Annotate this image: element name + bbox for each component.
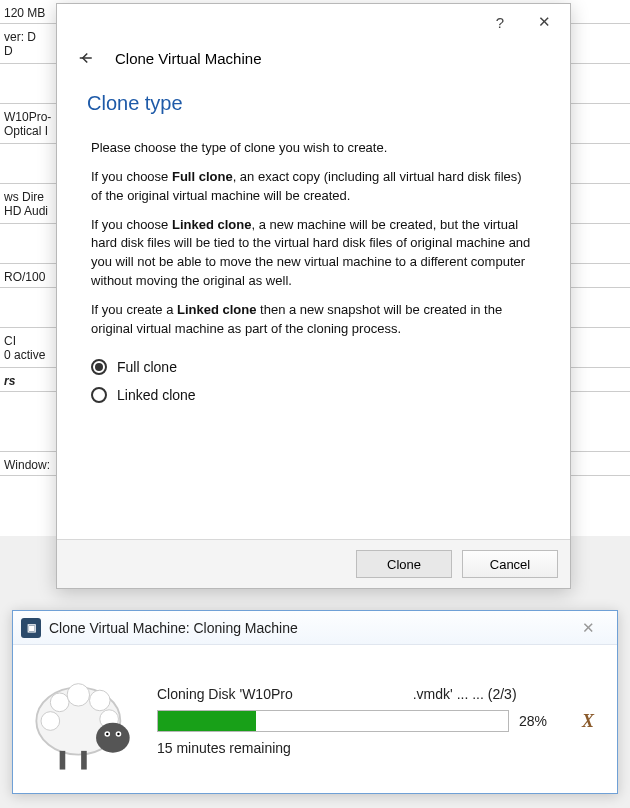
- task-label: Cloning Disk 'W10Pro.vmdk' ... ... (2/3): [157, 686, 599, 702]
- snapshot-note: If you create a Linked clone then a new …: [91, 301, 536, 339]
- progress-titlebar: ▣ Clone Virtual Machine: Cloning Machine…: [13, 611, 617, 645]
- bg-text: 120 MB: [4, 6, 45, 20]
- svg-point-10: [117, 733, 119, 735]
- clone-button[interactable]: Clone: [356, 550, 452, 578]
- bg-text: 0 active: [4, 348, 45, 362]
- progress-title: Clone Virtual Machine: Cloning Machine: [49, 620, 298, 636]
- section-title: Clone type: [57, 78, 570, 123]
- help-icon[interactable]: ?: [478, 7, 522, 37]
- full-clone-description: If you choose Full clone, an exact copy …: [91, 168, 536, 206]
- progress-body: Cloning Disk 'W10Pro.vmdk' ... ... (2/3)…: [13, 645, 617, 793]
- sheep-icon: [27, 665, 139, 777]
- radio-label: Linked clone: [117, 385, 196, 405]
- bg-text: Window:: [4, 458, 50, 472]
- svg-point-3: [90, 690, 111, 711]
- text: If you create a: [91, 302, 177, 317]
- bg-text: D: [4, 44, 13, 58]
- intro-text: Please choose the type of clone you wish…: [91, 139, 536, 158]
- progress-dialog: ▣ Clone Virtual Machine: Cloning Machine…: [12, 610, 618, 794]
- arrow-left-icon: [76, 49, 94, 67]
- text: If you choose: [91, 217, 172, 232]
- radio-icon: [91, 359, 107, 375]
- bg-text: rs: [4, 374, 15, 388]
- radio-linked-clone[interactable]: Linked clone: [91, 381, 536, 409]
- back-button[interactable]: [69, 42, 101, 74]
- dialog-button-bar: Clone Cancel: [57, 539, 570, 588]
- wizard-title: Clone Virtual Machine: [115, 50, 261, 67]
- bg-text: RO/100: [4, 270, 45, 284]
- bg-text: CI: [4, 334, 16, 348]
- bg-text: Optical I: [4, 124, 48, 138]
- bg-text: ws Dire: [4, 190, 44, 204]
- svg-point-1: [50, 693, 69, 712]
- progress-fill: [158, 711, 256, 731]
- dialog-titlebar: ? ✕: [57, 4, 570, 40]
- close-icon[interactable]: ✕: [522, 7, 566, 37]
- clone-wizard-dialog: ? ✕ Clone Virtual Machine Clone type Ple…: [56, 3, 571, 589]
- virtualbox-icon: ▣: [21, 618, 41, 638]
- bold-text: Linked clone: [172, 217, 251, 232]
- svg-point-6: [96, 723, 130, 753]
- cancel-button[interactable]: Cancel: [462, 550, 558, 578]
- text: Cloning Disk 'W10Pro: [157, 686, 293, 702]
- text: .vmdk' ... ... (2/3): [413, 686, 517, 702]
- linked-clone-description: If you choose Linked clone, a new machin…: [91, 216, 536, 291]
- progress-row: 28% X: [157, 710, 599, 732]
- dialog-body: Please choose the type of clone you wish…: [57, 123, 570, 539]
- bold-text: Linked clone: [177, 302, 256, 317]
- bg-text: W10Pro-: [4, 110, 51, 124]
- svg-point-9: [106, 733, 108, 735]
- dialog-header: Clone Virtual Machine: [57, 40, 570, 78]
- close-icon[interactable]: ✕: [567, 614, 609, 642]
- bold-text: Full clone: [172, 169, 233, 184]
- time-remaining: 15 minutes remaining: [157, 740, 599, 756]
- radio-label: Full clone: [117, 357, 177, 377]
- bg-text: HD Audi: [4, 204, 48, 218]
- radio-icon: [91, 387, 107, 403]
- svg-point-5: [41, 712, 60, 731]
- bg-text: ver: D: [4, 30, 36, 44]
- svg-point-2: [67, 684, 89, 706]
- progress-percent: 28%: [519, 713, 567, 729]
- progress-bar: [157, 710, 509, 732]
- svg-rect-11: [60, 751, 66, 770]
- text: If you choose: [91, 169, 172, 184]
- cancel-progress-button[interactable]: X: [577, 710, 599, 732]
- svg-rect-12: [81, 751, 87, 770]
- radio-full-clone[interactable]: Full clone: [91, 353, 536, 381]
- progress-info: Cloning Disk 'W10Pro.vmdk' ... ... (2/3)…: [157, 686, 599, 756]
- clone-type-radio-group: Full clone Linked clone: [91, 353, 536, 410]
